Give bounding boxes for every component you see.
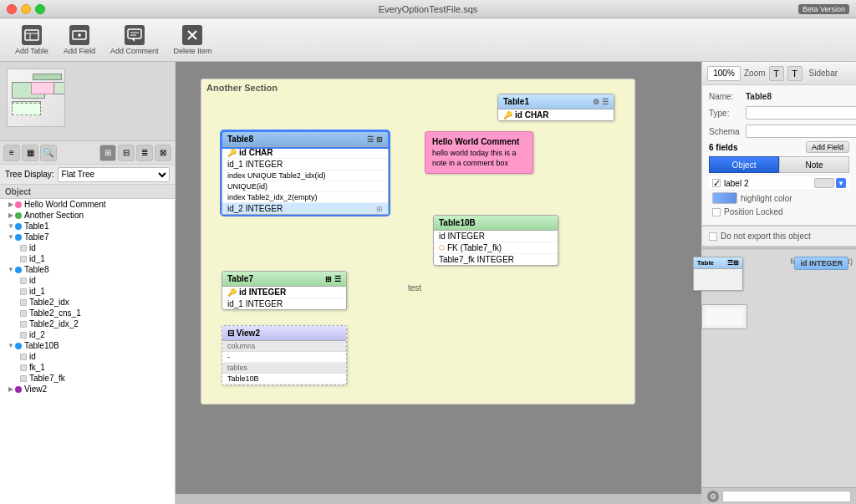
- tree-item-table8-id[interactable]: id: [0, 275, 175, 286]
- minimize-button[interactable]: [21, 4, 31, 14]
- tree-tool-6[interactable]: ≣: [136, 145, 153, 161]
- table10b-row-table7fk[interactable]: Table7_fk INTEGER: [434, 254, 558, 265]
- preview-area: [0, 62, 175, 141]
- tree-label-table7-id: id: [29, 243, 36, 252]
- delete-item-button[interactable]: Delete Item: [166, 22, 218, 59]
- tree-item-another-section[interactable]: ▶ Another Section: [0, 210, 175, 221]
- view-view2[interactable]: ⊟ View2 columns - tables Table10B: [222, 325, 347, 385]
- type-input[interactable]: [746, 106, 856, 120]
- tree-item-view2[interactable]: ▶ View2: [0, 384, 175, 395]
- table8-row-index[interactable]: index UNIQUE Table2_idx(id): [222, 171, 388, 181]
- mini-table-icons: ☰⊞: [727, 259, 739, 267]
- table8-row-index2[interactable]: index Table2_idx_2(empty): [222, 192, 388, 203]
- table8-row-id1[interactable]: id_1 INTEGER: [222, 159, 388, 171]
- add-field-button[interactable]: Add Field: [57, 22, 102, 59]
- field-icon: [20, 245, 27, 252]
- tree-search[interactable]: 🔍: [40, 145, 57, 161]
- tree-item-table10b-fk[interactable]: fk_1: [0, 362, 175, 373]
- schema-input[interactable]: [746, 125, 856, 138]
- tree-item-table7[interactable]: ▼ Table7: [0, 232, 175, 242]
- field-list-item[interactable]: ✓ label 2 ▼: [709, 176, 849, 191]
- tree-item-table1[interactable]: ▼ Table1: [0, 221, 175, 232]
- tree-tool-4[interactable]: ⊞: [99, 145, 116, 161]
- tree-item-table8[interactable]: ▼ Table8: [0, 264, 175, 275]
- table7-row-id1[interactable]: id_1 INTEGER: [222, 298, 346, 309]
- tree-toolbar: ≡ ▦ 🔍 ⊞ ⊟ ≣ ⊠: [0, 141, 175, 165]
- table-table10b[interactable]: Table10B id INTEGER ⬡ FK (Table7_fk) Tab…: [433, 215, 558, 266]
- object-section-label: Object: [5, 187, 31, 196]
- tree-label-table7-id1: id_1: [29, 254, 45, 263]
- tab-object[interactable]: Object: [709, 156, 779, 173]
- add-field-button-right[interactable]: Add Field: [806, 141, 849, 153]
- window-controls: [7, 4, 45, 14]
- tree-tool-2[interactable]: ▦: [22, 145, 38, 161]
- table10b-row-fk[interactable]: ⬡ FK (Table7_fk): [434, 242, 558, 254]
- field-dropdown-btn[interactable]: ▼: [836, 178, 846, 188]
- window-title: EveryOptionTestFile.sqs: [379, 4, 478, 14]
- add-comment-button[interactable]: Add Comment: [104, 22, 166, 59]
- field-icon: [20, 299, 27, 306]
- highlight-color-swatch[interactable]: [712, 192, 737, 204]
- field-icon: [20, 256, 27, 262]
- mini-table-header: Table ☰⊞: [694, 257, 742, 269]
- tree-label-table10b-fk: fk_1: [29, 363, 45, 372]
- tree-item-table7-id1[interactable]: id_1: [0, 253, 175, 264]
- tree-item-table7-id[interactable]: id: [0, 242, 175, 253]
- svg-rect-0: [25, 30, 38, 40]
- zoom-button-2[interactable]: T: [787, 66, 802, 81]
- field-icon: [20, 288, 27, 295]
- maximize-button[interactable]: [35, 4, 45, 14]
- view2-columns-label: columns: [222, 341, 346, 352]
- tree-item-table10b-table7fk[interactable]: Table7_fk: [0, 373, 175, 384]
- sidebar-label: Sidebar: [809, 69, 838, 78]
- tree-item-table10b[interactable]: ▼ Table10B: [0, 340, 175, 351]
- tree-item-table8-cns[interactable]: Table2_cns_1: [0, 308, 175, 318]
- table-table8[interactable]: Table8 ☰ ⊞ 🔑 id CHAR id_1 INTEGER index …: [222, 131, 389, 215]
- tab-note[interactable]: Note: [779, 156, 849, 173]
- tree-tool-5[interactable]: ⊟: [118, 145, 135, 161]
- field-checkbox[interactable]: ✓: [712, 179, 721, 187]
- svg-rect-6: [128, 29, 141, 38]
- tree-item-hello-world[interactable]: ▶ Hello World Comment: [0, 199, 175, 210]
- tree-tool-7[interactable]: ⊠: [155, 145, 171, 161]
- tree-tool-1[interactable]: ≡: [3, 145, 20, 161]
- tree-display-select[interactable]: Flat Tree Full Tree: [58, 167, 170, 182]
- left-panel: ≡ ▦ 🔍 ⊞ ⊟ ≣ ⊠ Tree Display: Flat Tree Fu…: [0, 62, 176, 504]
- tree-item-table8-id2[interactable]: id_2: [0, 329, 175, 340]
- mini-search-input[interactable]: [722, 491, 851, 502]
- view2-header: ⊟ View2: [222, 326, 346, 341]
- delete-item-icon: [182, 25, 202, 45]
- table7-row-id[interactable]: 🔑 id INTEGER: [222, 287, 346, 298]
- tree-label-another-section: Another Section: [24, 211, 84, 220]
- table-table7[interactable]: Table7 ⊞ ☰ 🔑 id INTEGER id_1 INTEGER: [222, 271, 347, 310]
- tree-item-table8-id1[interactable]: id_1: [0, 286, 175, 297]
- table-table1[interactable]: Table1 ⚙ ☰ 🔑 id CHAR: [497, 94, 614, 121]
- mini-comment-card[interactable]: [701, 304, 747, 329]
- canvas-area[interactable]: Another Section Table1 ⚙ ☰ 🔑 id CHAR Tab…: [176, 62, 701, 504]
- tree-item-table8-idx[interactable]: Table2_idx: [0, 297, 175, 308]
- tree-item-table10b-id[interactable]: id: [0, 351, 175, 362]
- type-label: Type:: [709, 109, 742, 118]
- comment-hello-world[interactable]: Hello World Comment hello world today th…: [425, 131, 533, 174]
- tree-item-table8-idx2[interactable]: Table2_idx_2: [0, 318, 175, 329]
- position-locked-checkbox[interactable]: [712, 208, 721, 216]
- export-checkbox[interactable]: [709, 232, 717, 241]
- table8-icons: ☰ ⊞: [367, 135, 383, 144]
- mini-canvas-section: Table ☰⊞ Table id INTEGER field (id INTE…: [702, 249, 856, 504]
- table8-row-id[interactable]: 🔑 id CHAR: [222, 147, 388, 159]
- add-table-button[interactable]: Add Table: [8, 22, 55, 59]
- table10b-row-id[interactable]: id INTEGER: [434, 231, 558, 242]
- settings-icon[interactable]: ⚙: [707, 491, 719, 502]
- horizontal-scrollbar[interactable]: [176, 494, 701, 504]
- close-button[interactable]: [7, 4, 17, 14]
- table8-row-unique[interactable]: UNIQUE(id): [222, 181, 388, 192]
- mini-table-body: [694, 269, 742, 290]
- table1-row-id[interactable]: 🔑 id CHAR: [498, 109, 614, 120]
- zoom-button-1[interactable]: T: [769, 66, 784, 81]
- mini-field-chip[interactable]: id INTEGER: [794, 257, 848, 270]
- add-comment-icon: [125, 25, 145, 45]
- table8-row-id2[interactable]: id_2 INTEGER ⊞: [222, 203, 388, 214]
- zoom-input[interactable]: 100%: [707, 66, 741, 81]
- mini-table-card[interactable]: Table ☰⊞: [693, 257, 743, 291]
- table10b-header: Table10B: [434, 216, 558, 231]
